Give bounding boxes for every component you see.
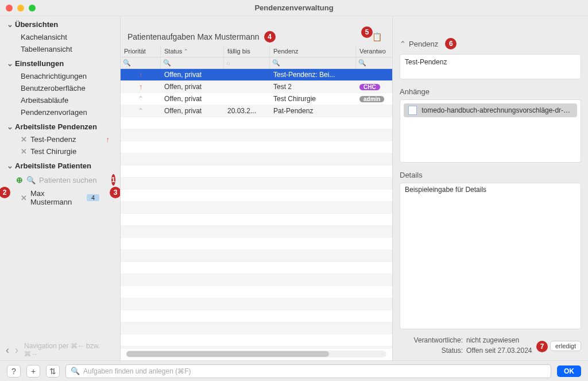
document-icon xyxy=(408,106,417,115)
global-search-input[interactable] xyxy=(83,367,546,375)
table-row[interactable]: ↑Offen, privatTest-Pendenz: Bei... xyxy=(121,69,392,81)
resp-label: Verantwortliche: xyxy=(400,336,463,344)
close-icon[interactable]: ✕ xyxy=(21,135,27,144)
tasks-table-body: ↑Offen, privatTest-Pendenz: Bei...↑Offen… xyxy=(121,69,392,349)
clipboard-icon[interactable]: 📋 xyxy=(372,32,382,41)
attachments-area[interactable]: tomedo-handbuch-abrechnungsvorschläge-dr… xyxy=(400,99,581,163)
table-row-empty xyxy=(121,286,392,298)
search-icon: 🔍 xyxy=(123,59,131,67)
scrollbar-thumb[interactable] xyxy=(126,351,329,357)
table-row-empty xyxy=(121,310,392,322)
sidebar-item-benutzeroberflaeche[interactable]: Benutzeroberfläche xyxy=(0,82,120,94)
sidebar-item-test-chirurgie[interactable]: ✕ Test Chirurgie xyxy=(0,145,120,157)
table-row-empty xyxy=(121,262,392,274)
sort-asc-icon: ⌃ xyxy=(184,48,188,54)
done-button[interactable]: erledigt xyxy=(550,341,581,351)
status-value: Offen seit 27.03.2024 xyxy=(466,347,532,355)
global-searchbar: 🔍 xyxy=(65,364,551,378)
search-icon: 🔍 xyxy=(71,367,80,375)
close-icon[interactable]: ✕ xyxy=(21,194,27,202)
annotation-2: 2 xyxy=(0,187,10,198)
table-row-empty xyxy=(121,129,392,141)
priority-high-icon: ↑ xyxy=(106,135,110,144)
table-row-empty xyxy=(121,274,392,286)
col-prioritaet[interactable]: Priorität xyxy=(121,46,161,56)
search-icon: 🔍 xyxy=(272,59,280,67)
add-user-icon[interactable]: ⊕ xyxy=(16,175,23,184)
table-row[interactable]: ⌃Offen, privatTest Chirurgieadmin xyxy=(121,93,392,105)
table-row-empty xyxy=(121,178,392,190)
col-status[interactable]: Status⌃ xyxy=(161,46,224,56)
tasks-header: Patientenaufgaben Max Mustermann 4 5 📋 xyxy=(121,16,392,45)
chevron-down-icon: ⌄ xyxy=(7,124,13,130)
nav-forward-icon[interactable]: › xyxy=(15,344,18,356)
search-icon: 🔍 xyxy=(358,59,366,67)
pendenz-header: ⌃ Pendenz 6 xyxy=(400,23,581,54)
resp-badge: CHC xyxy=(359,84,380,90)
sidebar-item-benachrichtigungen[interactable]: Benachrichtigungen xyxy=(0,70,120,82)
tasks-filter-row: 🔍 🔍 ○ 🔍 🔍 xyxy=(121,57,392,69)
minimize-window-icon[interactable] xyxy=(17,5,24,11)
patient-search-input[interactable] xyxy=(39,176,108,184)
details-label: Details xyxy=(400,171,581,179)
horizontal-scrollbar[interactable] xyxy=(126,351,386,357)
help-button[interactable]: ? xyxy=(7,365,21,378)
add-button[interactable]: + xyxy=(26,365,40,378)
nav-back-icon[interactable]: ‹ xyxy=(6,344,9,356)
col-verantwortliche[interactable]: Verantwo xyxy=(356,46,390,56)
patient-task-count: 4 xyxy=(87,194,99,201)
table-row-empty xyxy=(121,334,392,347)
sidebar-group-uebersichten[interactable]: ⌄ Übersichten xyxy=(0,16,120,31)
priority-low-icon: ⌃ xyxy=(138,107,144,115)
attachment-item[interactable]: tomedo-handbuch-abrechnungsvorschläge-dr… xyxy=(404,103,577,117)
annotation-7: 7 xyxy=(536,341,548,352)
pendenz-name-box[interactable]: Test-Pendenz xyxy=(400,54,581,79)
col-faellig-bis[interactable]: fällig bis xyxy=(224,46,270,56)
table-row-empty xyxy=(121,322,392,334)
close-window-icon[interactable] xyxy=(6,5,13,11)
annotation-6: 6 xyxy=(445,38,457,49)
resp-value: nicht zugewiesen xyxy=(466,336,519,344)
sidebar-item-patient-max-mustermann[interactable]: 2 ✕ Max Mustermann 4 3 xyxy=(0,187,120,208)
sidebar-group-einstellungen[interactable]: ⌄ Einstellungen xyxy=(0,55,120,70)
sidebar-item-test-pendenz[interactable]: ✕ Test-Pendenz ↑ xyxy=(0,133,120,145)
filter-status[interactable]: 🔍 xyxy=(161,57,224,68)
col-pendenz[interactable]: Pendenz xyxy=(270,46,356,56)
status-label: Status: xyxy=(400,347,463,355)
filter-pendenz[interactable]: 🔍 xyxy=(270,57,356,68)
resp-badge: admin xyxy=(359,96,384,102)
sidebar-item-kachelansicht[interactable]: Kachelansicht xyxy=(0,31,120,43)
filter-verantwortliche[interactable]: 🔍 xyxy=(356,57,390,68)
zoom-window-icon[interactable] xyxy=(29,5,36,11)
ok-button[interactable]: OK xyxy=(557,365,581,377)
priority-high-icon: ↑ xyxy=(139,83,142,91)
sidebar-item-pendenzenvorlagen[interactable]: Pendenzenvorlagen xyxy=(0,106,120,118)
pendenz-label: Pendenz xyxy=(409,40,438,48)
sort-button[interactable]: ⇅ xyxy=(46,365,60,378)
tasks-panel: Patientenaufgaben Max Mustermann 4 5 📋 P… xyxy=(121,16,393,360)
patient-search-row: ⊕ 🔍 1 xyxy=(0,172,120,187)
table-row-empty xyxy=(121,166,392,178)
table-row[interactable]: ↑Offen, privatTest 2CHC xyxy=(121,81,392,93)
chevron-down-icon: ⌄ xyxy=(7,163,13,169)
sidebar-group-arbeitsliste-patienten[interactable]: ⌄ Arbeitsliste Patienten xyxy=(0,157,120,172)
close-icon[interactable]: ✕ xyxy=(21,147,27,156)
nav-hint: Navigation per ⌘← bzw. ⌘→ xyxy=(24,342,114,358)
search-icon: 🔍 xyxy=(163,59,171,67)
table-row[interactable]: ⌃Offen, privat20.03.2...Pat-Pendenz xyxy=(121,105,392,117)
sidebar-group-label: Arbeitsliste Patienten xyxy=(15,161,91,170)
filter-prioritaet[interactable]: 🔍 xyxy=(121,57,161,68)
chevron-down-icon: ⌄ xyxy=(7,22,13,28)
sidebar-group-label: Einstellungen xyxy=(15,59,64,68)
detail-panel: ⌃ Pendenz 6 Test-Pendenz Anhänge tomedo-… xyxy=(393,16,588,360)
table-row-empty xyxy=(121,298,392,310)
sidebar-item-arbeitsablaeufe[interactable]: Arbeitsabläufe xyxy=(0,94,120,106)
circle-icon: ○ xyxy=(226,60,230,67)
filter-faellig-bis[interactable]: ○ xyxy=(224,57,270,68)
sidebar-item-tabellenansicht[interactable]: Tabellenansicht xyxy=(0,43,120,55)
window-title: Pendenzenverwaltung xyxy=(254,3,333,12)
chevron-up-icon[interactable]: ⌃ xyxy=(400,41,405,47)
table-row-empty xyxy=(121,226,392,238)
details-textarea[interactable]: Beispieleingabe für Details xyxy=(400,183,581,329)
sidebar-group-arbeitsliste-pendenzen[interactable]: ⌄ Arbeitsliste Pendenzen xyxy=(0,118,120,133)
